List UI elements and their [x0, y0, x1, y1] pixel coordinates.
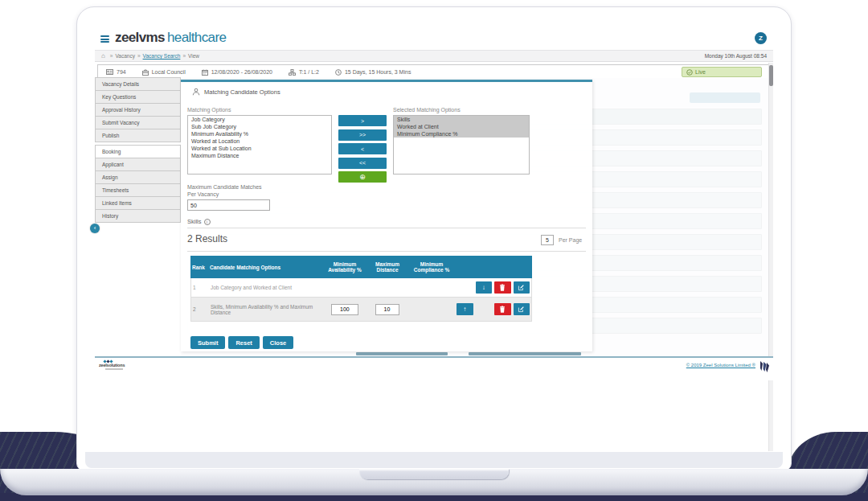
calendar-icon	[202, 69, 208, 76]
app-logo[interactable]: zeelvmshealthcare	[115, 30, 226, 46]
add-button[interactable]: ⊕	[338, 171, 387, 183]
submit-button[interactable]: Submit	[190, 336, 225, 349]
edit-icon	[518, 284, 525, 291]
sidebar-item-booking[interactable]: Booking	[95, 145, 181, 158]
min-availability-input[interactable]	[331, 304, 358, 315]
edit-button[interactable]	[514, 303, 530, 315]
move-down-button[interactable]: ↓	[476, 281, 493, 294]
selected-option-skills[interactable]: Skills	[394, 116, 529, 123]
reset-button[interactable]: Reset	[228, 336, 259, 349]
laptop-base	[0, 469, 868, 495]
sidebar-item-vacancy-details[interactable]: Vacancy Details	[95, 77, 181, 91]
app-window: zeelvmshealthcare Z ⌂ » Vacancy » Vacanc…	[95, 28, 773, 453]
per-page-input[interactable]	[541, 235, 554, 245]
breadcrumb-view: View	[188, 53, 199, 59]
matching-options-listbox[interactable]: Job Category Sub Job Category Minimum Av…	[187, 115, 332, 175]
vertical-scrollbar[interactable]	[768, 63, 773, 451]
option-min-availability[interactable]: Minimum Availability %	[188, 130, 331, 138]
move-all-right-button[interactable]: >>	[338, 129, 387, 141]
logo-primary: zeelvms	[115, 30, 165, 45]
footer-logo: zeelsolutions	[99, 360, 125, 370]
levels: T:1 / L:2	[299, 69, 319, 75]
status-badge: Live	[682, 67, 762, 77]
hamburger-menu-icon[interactable]	[100, 35, 109, 43]
option-worked-at-location[interactable]: Worked at Location	[188, 138, 331, 145]
row-max-distance	[367, 278, 407, 297]
date-range-item: 12/08/2020 - 26/08/2020	[194, 69, 280, 76]
person-icon	[192, 88, 200, 96]
user-avatar[interactable]: Z	[755, 32, 767, 44]
breadcrumb-vacancy-search-link[interactable]: Vacancy Search	[143, 53, 181, 59]
sidebar-item-applicant[interactable]: Applicant	[95, 158, 181, 171]
close-button[interactable]: Close	[263, 336, 293, 349]
sidebar-item-approval-history[interactable]: Approval History	[95, 103, 181, 117]
option-sub-job-category[interactable]: Sub Job Category	[188, 123, 331, 130]
max-matches-label-line2: Per Vacancy	[187, 191, 219, 197]
per-page-label: Per Page	[559, 237, 582, 243]
laptop-hinge	[85, 452, 783, 468]
copyright-link[interactable]: © 2019 Zeel Solutions Limited ®	[686, 363, 755, 368]
info-icon[interactable]: i	[204, 219, 211, 225]
trash-icon	[499, 306, 506, 313]
transfer-buttons: > >> < << ⊕	[338, 115, 387, 186]
header-max-distance: Maximum Distance	[367, 256, 407, 278]
move-up-slot	[457, 281, 473, 294]
selected-option-worked-at-client[interactable]: Worked at Client	[394, 123, 529, 130]
move-all-left-button[interactable]: <<	[338, 158, 387, 169]
selected-options-listbox[interactable]: Skills Worked at Client Minimum Complian…	[393, 115, 530, 175]
delete-button[interactable]	[494, 281, 511, 294]
breadcrumb-vacancy[interactable]: Vacancy	[115, 53, 134, 59]
ghost-footer-bar	[356, 352, 448, 355]
skills-section-label: Skills i	[187, 218, 211, 225]
row-rank: 1	[191, 278, 209, 297]
header-actions	[456, 256, 532, 278]
table-header-row: Rank Candidate Matching Options Minimum …	[190, 256, 532, 278]
move-left-button[interactable]: <	[338, 143, 387, 154]
divider	[187, 228, 586, 228]
option-job-category[interactable]: Job Category	[188, 116, 331, 123]
client-item: Local Council	[134, 69, 194, 76]
header-min-availability: Minimum Availability %	[322, 256, 367, 278]
sidebar-item-history[interactable]: History	[95, 209, 181, 223]
modal-title-row: Matching Candidate Options	[192, 88, 280, 96]
date-range: 12/08/2020 - 26/08/2020	[211, 69, 272, 75]
skills-label-text: Skills	[187, 218, 202, 225]
move-right-button[interactable]: >	[338, 115, 387, 126]
row-min-compliance	[407, 298, 455, 321]
option-worked-at-sub-location[interactable]: Worked at Sub Location	[188, 145, 331, 152]
sidebar-item-submit-vacancy[interactable]: Submit Vacancy	[95, 116, 181, 129]
sidebar-item-timesheets[interactable]: Timesheets	[95, 183, 181, 197]
max-matches-label-line1: Maximum Candidate Matches	[187, 184, 262, 190]
sidebar-item-publish[interactable]: Publish	[95, 129, 181, 142]
sidebar-collapse-toggle[interactable]: ‹	[90, 224, 100, 233]
scrollbar-thumb[interactable]	[769, 65, 773, 86]
footer-logo-text: zeelsolutions	[99, 363, 125, 368]
briefcase-icon	[142, 69, 149, 76]
breadcrumb-separator: »	[110, 53, 113, 59]
row-max-distance	[367, 298, 407, 321]
results-count: 2 Results	[187, 233, 227, 244]
ghost-background-button	[690, 92, 760, 103]
max-distance-input[interactable]	[375, 304, 399, 315]
candidate-matching-table: Rank Candidate Matching Options Minimum …	[190, 256, 532, 322]
delete-button[interactable]	[494, 303, 511, 315]
table-row: 2 Skills, Minimum Availability % and Max…	[190, 298, 532, 322]
sidebar-item-linked-items[interactable]: Linked Items	[95, 196, 181, 210]
home-icon[interactable]: ⌂	[101, 53, 105, 60]
main-content-area: Matching Candidate Options Matching Opti…	[181, 78, 768, 356]
option-maximum-distance[interactable]: Maximum Distance	[188, 152, 331, 159]
edit-button[interactable]	[514, 281, 530, 294]
sidebar-item-key-questions[interactable]: Key Questions	[95, 90, 181, 104]
levels-item: T:1 / L:2	[280, 69, 327, 76]
check-circle-icon	[686, 69, 693, 76]
row-actions: ↑	[455, 298, 531, 321]
selected-option-min-compliance[interactable]: Minimum Compliance %	[394, 130, 529, 138]
move-up-button[interactable]: ↑	[457, 303, 473, 315]
header-options: Candidate Matching Options	[208, 256, 322, 278]
laptop-notch	[359, 469, 509, 479]
sidebar-item-assign[interactable]: Assign	[95, 170, 181, 184]
logo-secondary: healthcare	[167, 30, 226, 45]
row-min-availability	[322, 278, 367, 297]
max-matches-input[interactable]	[187, 199, 270, 211]
duration-item: 15 Days, 15 Hours, 3 Mins	[327, 69, 419, 76]
